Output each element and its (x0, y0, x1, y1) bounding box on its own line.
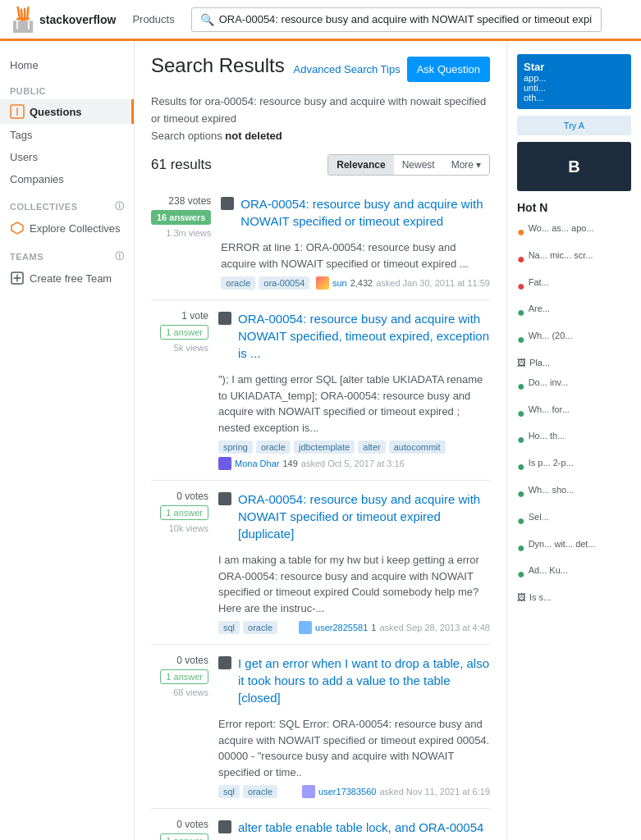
question-title[interactable]: ORA-00054: resource busy and acquire wit… (240, 195, 490, 230)
question-title[interactable]: ORA-00054: resource busy and acquire wit… (238, 310, 490, 362)
author-avatar (316, 276, 329, 290)
vote-count: 0 votes (176, 819, 208, 830)
sort-tabs: Relevance Newest More ▾ (327, 154, 490, 176)
question-excerpt: I am making a table for my hw but i keep… (218, 552, 490, 616)
question-meta: oracleora-00054 sun 2,432 asked Jan 30, … (221, 276, 490, 290)
tag-ora-00054[interactable]: ora-00054 (259, 276, 309, 290)
question-type-icon (221, 197, 234, 210)
search-input[interactable] (219, 13, 593, 25)
question-type-icon (218, 820, 231, 833)
question-author: Mona Dhar 149 asked Oct 5, 2017 at 3:16 (218, 457, 405, 470)
vote-count: 238 votes (168, 195, 211, 207)
not-deleted-label: not deleted (225, 130, 282, 142)
tag-oracle[interactable]: oracle (243, 621, 277, 634)
search-bar: 🔍 (191, 7, 602, 32)
teams-info-icon[interactable]: ⓘ (115, 250, 125, 262)
sidebar-item-home[interactable]: Home (0, 54, 134, 76)
question-title-row: ORA-00054: resource busy and acquire wit… (218, 491, 490, 547)
sort-relevance[interactable]: Relevance (328, 155, 393, 175)
asked-date: asked Sep 28, 2013 at 4:48 (379, 623, 490, 632)
hot-network-title: Hot N (517, 201, 631, 214)
author-avatar (299, 621, 312, 634)
users-label: Users (10, 151, 38, 163)
question-item-1: 238 votes 16 answers 1.3m views ORA-0005… (151, 185, 490, 300)
svg-rect-4 (16, 7, 21, 19)
sidebar-section-teams: TEAMS ⓘ (0, 240, 134, 266)
sidebar-home-label: Home (10, 59, 39, 71)
vote-count: 0 votes (176, 655, 208, 666)
advanced-search-link[interactable]: Advanced Search Tips (294, 63, 401, 75)
svg-rect-3 (13, 29, 33, 32)
question-title-row: I get an error when I want to drop a tab… (218, 655, 490, 711)
results-toolbar: 61 results Relevance Newest More ▾ (151, 154, 490, 176)
question-excerpt: ERROR at line 1: ORA-00054: resource bus… (221, 240, 490, 272)
tag-autocommit[interactable]: autocommit (389, 441, 446, 454)
vote-count: 0 votes (176, 491, 208, 502)
question-content: ORA-00054: resource busy and acquire wit… (218, 491, 490, 634)
tag-oracle[interactable]: oracle (221, 276, 255, 290)
question-stats: 0 votes 1 answer 8k views (151, 819, 208, 840)
sidebar-item-tags[interactable]: Tags (0, 124, 134, 146)
left-sidebar: Home PUBLIC Questions Tags Users Compani… (0, 41, 135, 840)
author-name[interactable]: sun (332, 278, 347, 288)
sort-newest[interactable]: Newest (394, 155, 443, 175)
sidebar-item-companies[interactable]: Companies (0, 168, 134, 190)
ask-question-button[interactable]: Ask Question (407, 57, 490, 82)
question-title[interactable]: ORA-00054: resource busy and acquire wit… (238, 491, 490, 542)
collectives-info-icon[interactable]: ⓘ (115, 200, 125, 212)
svg-point-10 (16, 114, 18, 116)
products-nav[interactable]: Products (126, 10, 181, 29)
tag-spring[interactable]: spring (218, 441, 253, 454)
questions-label: Questions (30, 106, 82, 118)
question-content: ORA-00054: resource busy and acquire wit… (221, 195, 490, 290)
answer-count: 1 answer (160, 325, 208, 340)
question-type-icon (218, 492, 231, 505)
tag-oracle[interactable]: oracle (256, 441, 291, 454)
asked-date: asked Jan 30, 2011 at 11:59 (376, 278, 490, 288)
sidebar-item-questions[interactable]: Questions (0, 99, 134, 124)
asked-date: asked Nov 11, 2021 at 6:19 (379, 787, 490, 797)
author-name[interactable]: Mona Dhar (235, 459, 279, 468)
sidebar-section-public: PUBLIC (0, 76, 134, 99)
question-item-4: 0 votes 1 answer 68 views I get an error… (151, 645, 490, 809)
main-layout: Home PUBLIC Questions Tags Users Compani… (0, 41, 641, 840)
svg-rect-8 (16, 17, 30, 20)
view-count: 68 views (173, 687, 208, 697)
question-author: user2825581 1 asked Sep 28, 2013 at 4:48 (299, 621, 490, 634)
tag-sql[interactable]: sql (218, 785, 240, 798)
answer-count: 1 answer (160, 833, 208, 840)
question-stats: 1 vote 1 answer 5k views (151, 310, 208, 470)
sidebar-item-create-team[interactable]: Create free Team (0, 266, 134, 290)
author-rep: 1 (371, 623, 376, 632)
question-title-row: ORA-00054: resource busy and acquire wit… (218, 310, 490, 367)
question-title[interactable]: alter table enable table lock, and ORA-0… (238, 819, 483, 836)
vote-count: 1 vote (181, 310, 208, 322)
question-tags: oracleora-00054 (221, 276, 309, 290)
tag-oracle[interactable]: oracle (243, 785, 277, 798)
tag-jdbctemplate[interactable]: jdbctemplate (294, 441, 355, 454)
question-tags: sqloracle (218, 785, 277, 798)
question-content: alter table enable table lock, and ORA-0… (218, 819, 490, 840)
author-avatar (302, 785, 315, 798)
author-name[interactable]: user2825581 (315, 623, 368, 632)
sort-more[interactable]: More ▾ (443, 155, 489, 175)
questions-icon (10, 104, 25, 119)
question-title-row: alter table enable table lock, and ORA-0… (218, 819, 490, 840)
view-count: 10k views (169, 523, 208, 533)
tag-alter[interactable]: alter (358, 441, 385, 454)
site-logo[interactable]: stackoverflow (10, 7, 116, 33)
sidebar-item-users[interactable]: Users (0, 146, 134, 168)
sidebar-item-explore-collectives[interactable]: Explore Collectives (0, 216, 134, 240)
site-header: stackoverflow Products 🔍 (0, 0, 641, 41)
answer-count: 1 answer (160, 669, 208, 684)
query-text: Results for ora-00054: resource busy and… (151, 95, 486, 125)
question-tags: sqloracle (218, 621, 277, 634)
author-name[interactable]: user17383560 (318, 787, 376, 797)
main-content: Search Results Advanced Search Tips Ask … (135, 41, 506, 840)
tag-sql[interactable]: sql (218, 621, 240, 634)
collectives-icon (10, 221, 25, 235)
question-title[interactable]: I get an error when I want to drop a tab… (238, 655, 490, 706)
search-results-header: Search Results Advanced Search Tips Ask … (151, 54, 490, 84)
header-buttons: Advanced Search Tips Ask Question (294, 57, 490, 82)
question-author: user17383560 asked Nov 11, 2021 at 6:19 (302, 785, 490, 798)
